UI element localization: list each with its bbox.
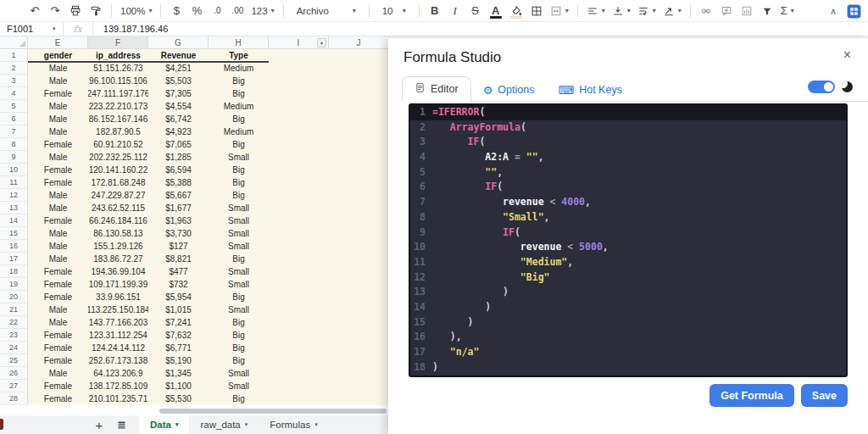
cell[interactable]: Male xyxy=(28,75,88,87)
addon-app-icon[interactable] xyxy=(847,4,861,19)
cell[interactable]: Male xyxy=(28,189,88,202)
cell[interactable]: 113.225.150.184 xyxy=(88,303,148,316)
cell[interactable]: Big xyxy=(209,253,269,265)
cell[interactable]: Female xyxy=(28,354,88,367)
cell[interactable]: 143.77.166.203 xyxy=(88,316,148,329)
redo-button[interactable]: ↷ xyxy=(46,3,64,19)
borders-button[interactable] xyxy=(527,3,546,19)
cell[interactable]: Medium xyxy=(209,100,269,113)
row-header-2[interactable]: 2 xyxy=(0,62,28,75)
cell[interactable]: Male xyxy=(28,125,88,138)
cell[interactable]: $1,100 xyxy=(148,380,209,392)
cell[interactable]: $1,677 xyxy=(148,202,209,214)
cell[interactable]: Female xyxy=(28,265,88,278)
cell[interactable]: Male xyxy=(28,227,88,240)
cell[interactable]: Type xyxy=(209,49,269,62)
italic-button[interactable]: I xyxy=(446,3,465,19)
column-dropdown-icon[interactable]: ▾ xyxy=(317,38,326,47)
cell[interactable]: 252.67.173.138 xyxy=(88,354,148,367)
cell[interactable]: 86.130.58.13 xyxy=(88,227,148,240)
cell[interactable]: 138.172.85.109 xyxy=(88,380,148,392)
theme-toggle[interactable] xyxy=(808,81,835,93)
cell[interactable]: Small xyxy=(209,240,269,253)
cell[interactable]: $6,771 xyxy=(148,342,209,354)
cell[interactable]: Big xyxy=(209,354,269,367)
cell[interactable]: Female xyxy=(28,87,88,100)
row-header-28[interactable]: 28 xyxy=(0,392,28,405)
moon-icon[interactable] xyxy=(842,81,853,92)
row-header-11[interactable]: 11 xyxy=(0,176,28,189)
row-header-20[interactable]: 20 xyxy=(0,291,28,303)
collapse-toolbar-icon[interactable]: ∧ xyxy=(830,6,837,17)
cell[interactable]: Small xyxy=(209,202,269,214)
cell[interactable]: Male xyxy=(28,303,88,316)
cell[interactable]: $477 xyxy=(148,265,209,278)
row-header-12[interactable]: 12 xyxy=(0,189,28,202)
cell[interactable]: $8,821 xyxy=(148,253,209,265)
cell[interactable]: $1,963 xyxy=(148,214,209,227)
sheet-tab-raw_data[interactable]: raw_data▾ xyxy=(189,415,259,434)
cell[interactable]: Female xyxy=(28,278,88,291)
cell[interactable]: 155.1.29.126 xyxy=(88,240,148,253)
cell[interactable]: Male xyxy=(28,367,88,380)
tab-options[interactable]: ⚙Options xyxy=(471,79,547,102)
cell[interactable]: Small xyxy=(209,265,269,278)
code-editor[interactable]: 1=IFERROR(2 ArrayFormula(3 IF(4 A2:A = "… xyxy=(409,103,848,377)
row-header-19[interactable]: 19 xyxy=(0,278,28,291)
row-header-5[interactable]: 5 xyxy=(0,100,28,113)
cell[interactable]: $5,667 xyxy=(148,189,209,202)
cell[interactable]: Big xyxy=(209,87,269,100)
cell[interactable]: Male xyxy=(28,151,88,164)
cell[interactable]: $7,241 xyxy=(148,316,209,329)
cell[interactable]: $4,923 xyxy=(148,125,209,138)
cell[interactable]: $7,632 xyxy=(148,329,209,342)
format-currency-button[interactable]: $ xyxy=(167,3,186,19)
row-header-10[interactable]: 10 xyxy=(0,164,28,176)
paint-format-button[interactable] xyxy=(86,3,105,19)
insert-link-button[interactable] xyxy=(697,3,715,19)
cell[interactable]: $5,190 xyxy=(148,354,209,367)
sheet-tab-formulas[interactable]: Formulas▾ xyxy=(259,415,328,434)
decrease-decimals-button[interactable]: .0 xyxy=(208,3,226,19)
cell[interactable]: $6,742 xyxy=(148,113,209,125)
column-header-J[interactable]: J xyxy=(329,36,389,49)
row-header-9[interactable]: 9 xyxy=(0,151,28,164)
tab-editor[interactable]: Editor xyxy=(402,76,471,102)
cell[interactable]: Small xyxy=(209,367,269,380)
functions-button[interactable]: Σ▾ xyxy=(778,3,797,19)
row-header-26[interactable]: 26 xyxy=(0,367,28,380)
row-header-8[interactable]: 8 xyxy=(0,138,28,151)
cell[interactable]: Revenue xyxy=(148,49,209,62)
cell[interactable]: $5,388 xyxy=(148,176,209,189)
name-box[interactable]: F1001 xyxy=(0,24,53,34)
cell[interactable]: Male xyxy=(28,253,88,265)
cell[interactable]: Female xyxy=(28,380,88,392)
get-formula-button[interactable]: Get Formula xyxy=(709,384,794,407)
cell[interactable]: Female xyxy=(28,329,88,342)
increase-decimals-button[interactable]: .00 xyxy=(228,3,247,19)
row-header-3[interactable]: 3 xyxy=(0,75,28,87)
cell[interactable]: $5,530 xyxy=(148,392,209,405)
cell[interactable]: Male xyxy=(28,202,88,214)
cell[interactable]: $7,065 xyxy=(148,138,209,151)
cell[interactable]: Female xyxy=(28,214,88,227)
cell[interactable]: Male xyxy=(28,62,88,75)
cell[interactable]: 247.111.197.176 xyxy=(88,87,148,100)
row-header-14[interactable]: 14 xyxy=(0,214,28,227)
create-filter-button[interactable] xyxy=(758,3,776,19)
cell[interactable]: Female xyxy=(28,392,88,405)
row-header-24[interactable]: 24 xyxy=(0,342,28,354)
cell[interactable]: $5,503 xyxy=(148,75,209,87)
cell[interactable]: Male xyxy=(28,316,88,329)
undo-button[interactable]: ↶ xyxy=(25,3,44,19)
row-header-21[interactable]: 21 xyxy=(0,303,28,316)
cell[interactable]: $1,285 xyxy=(148,151,209,164)
row-header-18[interactable]: 18 xyxy=(0,265,28,278)
cell[interactable]: Medium xyxy=(209,62,269,75)
cell[interactable]: Female xyxy=(28,138,88,151)
cell[interactable]: 109.171.199.39 xyxy=(88,278,148,291)
fill-color-button[interactable] xyxy=(507,3,526,19)
insert-comment-button[interactable] xyxy=(717,3,736,19)
cell[interactable]: Big xyxy=(209,176,269,189)
cell[interactable]: Small xyxy=(209,278,269,291)
